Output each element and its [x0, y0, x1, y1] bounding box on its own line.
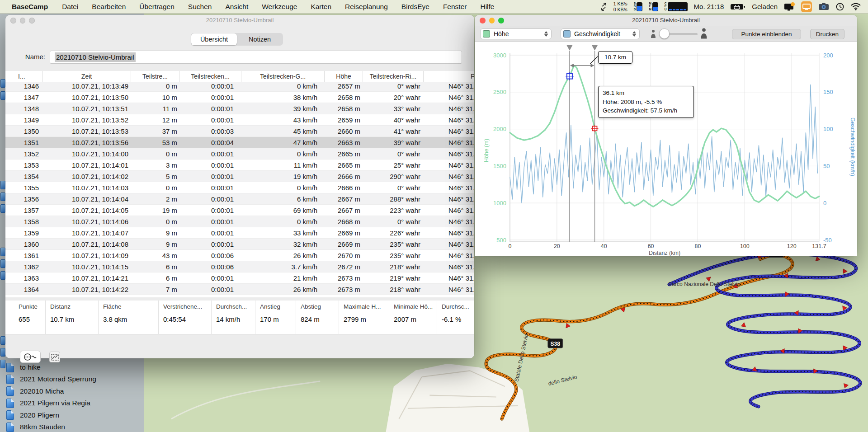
table-cell: 20° wahr	[363, 92, 423, 103]
column-header[interactable]: Teilstrecken-Ri...	[363, 71, 423, 82]
table-row[interactable]: 136410.07.21, 10:14:227 m0:00:0126 km/h2…	[5, 284, 474, 295]
main-window-titlebar[interactable]: 20210710 Stelvio-Umbrail	[5, 15, 474, 26]
table-cell: 2667 m	[324, 205, 363, 216]
menu-app-basecamp[interactable]: BaseCamp	[0, 3, 55, 11]
table-cell: 38 km/h	[241, 92, 324, 103]
list-item[interactable]: 202010 Micha	[0, 385, 144, 397]
document-icon	[6, 423, 14, 432]
table-row[interactable]: 136010.07.21, 10:14:089 m0:00:0132 km/h2…	[5, 239, 474, 250]
menu-clock[interactable]: Mo. 21:18	[694, 3, 724, 10]
display-notification-icon[interactable]	[784, 2, 795, 11]
column-header[interactable]: I...	[5, 71, 42, 82]
table-row[interactable]: 135210.07.21, 10:14:000 m0:00:010 km/h26…	[5, 148, 474, 160]
right-series-select[interactable]: Geschwindigkeit	[561, 28, 640, 39]
summary-value: 14 km/h	[211, 313, 255, 334]
network-activity-icon[interactable]	[600, 3, 607, 11]
menu-item-reiseplanung[interactable]: Reiseplanung	[338, 3, 395, 11]
zoom-slider-knob[interactable]	[659, 28, 670, 39]
time-machine-icon[interactable]	[835, 2, 844, 11]
graph-window-titlebar[interactable]: 20210710 Stelvio-Umbrail	[475, 15, 857, 26]
menu-item-übertragen[interactable]: Übertragen	[132, 3, 181, 11]
svg-text:3000: 3000	[493, 52, 506, 59]
summary-value: 655	[5, 313, 45, 334]
table-row[interactable]: 135610.07.21, 10:14:042 m0:00:016 km/h26…	[5, 193, 474, 205]
column-header[interactable]: Höhe	[324, 71, 363, 82]
menu-item-werkzeuge[interactable]: Werkzeuge	[255, 3, 304, 11]
svg-text:200: 200	[823, 52, 833, 59]
column-header[interactable]: Teilstrecken-G...	[241, 71, 324, 82]
left-series-select[interactable]: Höhe	[480, 28, 552, 39]
table-cell: 10.07.21, 10:13:56	[42, 137, 131, 148]
tab-uebersicht[interactable]: Übersicht	[191, 33, 237, 45]
column-header[interactable]: Teilstrecken...	[179, 71, 241, 82]
table-row[interactable]: 134810.07.21, 10:13:5111 m0:00:0139 km/h…	[5, 103, 474, 114]
camera-icon[interactable]	[818, 2, 829, 11]
column-header[interactable]: Teilstre...	[131, 71, 179, 82]
track-appearance-button[interactable]	[20, 351, 41, 363]
table-row[interactable]: 134910.07.21, 10:13:5212 m0:00:0143 km/h…	[5, 114, 474, 126]
column-header[interactable]: Pos	[423, 71, 474, 82]
menu-item-birdseye[interactable]: BirdsEye	[395, 3, 436, 11]
name-input[interactable]: 20210710 Stelvio-Umbrail	[50, 51, 462, 64]
tab-notizen[interactable]: Notizen	[237, 33, 283, 45]
table-cell: 21 km/h	[241, 272, 324, 284]
ssd-gauge[interactable]: SSD	[634, 2, 643, 11]
menu-item-ansicht[interactable]: Ansicht	[218, 3, 255, 11]
profile-chart[interactable]: 50010001500200025003000-5005010015020002…	[475, 42, 857, 256]
battery-charging-icon[interactable]	[730, 3, 745, 10]
show-points-button[interactable]: Punkte einblenden	[732, 29, 801, 39]
table-row[interactable]: 135510.07.21, 10:14:030 m0:00:010 km/h26…	[5, 182, 474, 193]
show-graph-button[interactable]	[49, 352, 60, 362]
summary-header: Abstieg	[296, 301, 339, 313]
table-cell: 37 m	[131, 126, 179, 137]
table-cell: 0:00:01	[179, 171, 241, 182]
cpu-graph[interactable]: CPU	[665, 2, 688, 11]
menu-item-datei[interactable]: Datei	[55, 3, 85, 11]
svg-text:40: 40	[601, 243, 607, 249]
document-icon	[6, 399, 14, 408]
list-item[interactable]: 2021 Pilgern via Regia	[0, 397, 144, 409]
graph-toolbar: Höhe Geschwindigkeit Punkte einblenden D…	[475, 26, 857, 42]
menu-item-karten[interactable]: Karten	[304, 3, 338, 11]
table-row[interactable]: 135310.07.21, 10:14:013 m0:00:0111 km/h2…	[5, 160, 474, 171]
list-item[interactable]: to hike	[0, 362, 144, 373]
summary-value: 0:45:54	[158, 313, 211, 334]
selection-end-marker[interactable]	[591, 125, 598, 132]
table-row[interactable]: 135410.07.21, 10:14:025 m0:00:0119 km/h2…	[5, 171, 474, 182]
wifi-icon[interactable]	[851, 3, 861, 10]
menu-item-suchen[interactable]: Suchen	[181, 3, 219, 11]
table-cell: 10.07.21, 10:13:53	[42, 126, 131, 137]
table-cell: 11 km/h	[241, 160, 324, 171]
table-cell: N46° 31.	[423, 227, 474, 239]
list-item-label: 202010 Micha	[20, 387, 64, 395]
table-row[interactable]: 136310.07.21, 10:14:216 m0:00:0121 km/h2…	[5, 272, 474, 284]
table-cell: 2658 m	[324, 92, 363, 103]
selection-start-marker[interactable]	[566, 72, 574, 80]
trackpoint-table[interactable]: I...ZeitTeilstre...Teilstrecken...Teilst…	[5, 71, 474, 297]
list-item[interactable]: 2020 Pligern	[0, 409, 144, 421]
table-cell: N46° 31.8	[423, 272, 474, 284]
table-row[interactable]: 136210.07.21, 10:14:156 m0:00:063.7 km/h…	[5, 261, 474, 272]
table-row[interactable]: 135810.07.21, 10:14:060 m0:00:010 km/h26…	[5, 216, 474, 227]
menu-item-hilfe[interactable]: Hilfe	[473, 3, 501, 11]
table-cell: 288° wahr	[363, 193, 423, 205]
screen-mirroring-icon[interactable]	[801, 1, 812, 12]
mem-gauge[interactable]: MEM	[649, 2, 658, 11]
column-header[interactable]: Zeit	[42, 71, 131, 82]
list-item[interactable]: 88km Stauden	[0, 421, 144, 432]
table-row[interactable]: 136110.07.21, 10:14:0943 m0:00:0626 km/h…	[5, 250, 474, 261]
table-row[interactable]: 135010.07.21, 10:13:5337 m0:00:0345 km/h…	[5, 126, 474, 137]
print-button[interactable]: Drucken	[810, 29, 844, 39]
table-cell: 0:00:01	[179, 216, 241, 227]
table-header[interactable]: I...ZeitTeilstre...Teilstrecken...Teilst…	[5, 71, 474, 82]
menu-item-fenster[interactable]: Fenster	[436, 3, 474, 11]
table-cell: 10.07.21, 10:14:05	[42, 205, 131, 216]
menu-item-bearbeiten[interactable]: Bearbeiten	[85, 3, 132, 11]
table-row[interactable]: 135910.07.21, 10:14:079 m0:00:0133 km/h2…	[5, 227, 474, 239]
table-row[interactable]: 134710.07.21, 10:13:5010 m0:00:0138 km/h…	[5, 92, 474, 103]
table-row[interactable]: 135110.07.21, 10:13:5653 m0:00:0447 km/h…	[5, 137, 474, 148]
table-row[interactable]: 135710.07.21, 10:14:0519 m0:00:0169 km/h…	[5, 205, 474, 216]
table-cell: 6 km/h	[241, 193, 324, 205]
list-item[interactable]: 2021 Motorrad Sperrung	[0, 373, 144, 385]
table-cell: 0:00:06	[179, 261, 241, 272]
